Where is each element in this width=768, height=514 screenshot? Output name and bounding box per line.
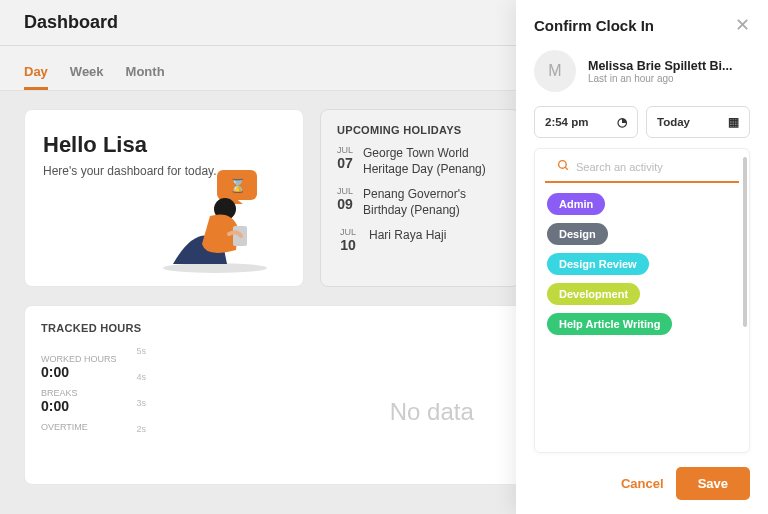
svg-line-6 [565, 167, 568, 170]
no-data-label: No data [390, 398, 474, 426]
date-picker[interactable]: Today ▦ [646, 106, 750, 138]
user-row: M Melissa Brie Spillett Bi... Last in an… [516, 44, 768, 106]
time-picker[interactable]: 2:54 pm ◔ [534, 106, 638, 138]
activity-search-input[interactable] [576, 161, 727, 173]
activity-chip[interactable]: Help Article Writing [547, 313, 672, 335]
user-name: Melissa Brie Spillett Bi... [588, 59, 733, 73]
hello-card: Hello Lisa Here's your dashboard for tod… [24, 109, 304, 287]
calendar-icon: ▦ [728, 115, 739, 129]
clock-in-panel: Confirm Clock In ✕ M Melissa Brie Spille… [516, 0, 768, 514]
svg-text:⌛: ⌛ [229, 177, 247, 194]
cancel-button[interactable]: Cancel [621, 476, 664, 491]
activity-chip[interactable]: Development [547, 283, 640, 305]
panel-title: Confirm Clock In [534, 17, 654, 34]
scrollbar[interactable] [743, 157, 747, 327]
tracked-metrics: WORKED HOURS 0:00 BREAKS 0:00 OVERTIME [41, 346, 117, 432]
close-icon[interactable]: ✕ [735, 16, 750, 34]
avatar: M [534, 50, 576, 92]
activity-chip[interactable]: Design Review [547, 253, 649, 275]
hello-illustration: ⌛ [155, 164, 285, 274]
activity-chip[interactable]: Design [547, 223, 608, 245]
save-button[interactable]: Save [676, 467, 750, 500]
activity-picker: Admin Design Design Review Development H… [534, 148, 750, 453]
search-icon [557, 159, 570, 175]
clock-icon: ◔ [617, 115, 627, 129]
svg-point-2 [163, 263, 267, 273]
svg-point-5 [559, 161, 567, 169]
activity-list[interactable]: Admin Design Design Review Development H… [535, 193, 749, 343]
activity-chip[interactable]: Admin [547, 193, 605, 215]
hello-greeting: Hello Lisa [43, 132, 285, 158]
user-sub: Last in an hour ago [588, 73, 733, 84]
